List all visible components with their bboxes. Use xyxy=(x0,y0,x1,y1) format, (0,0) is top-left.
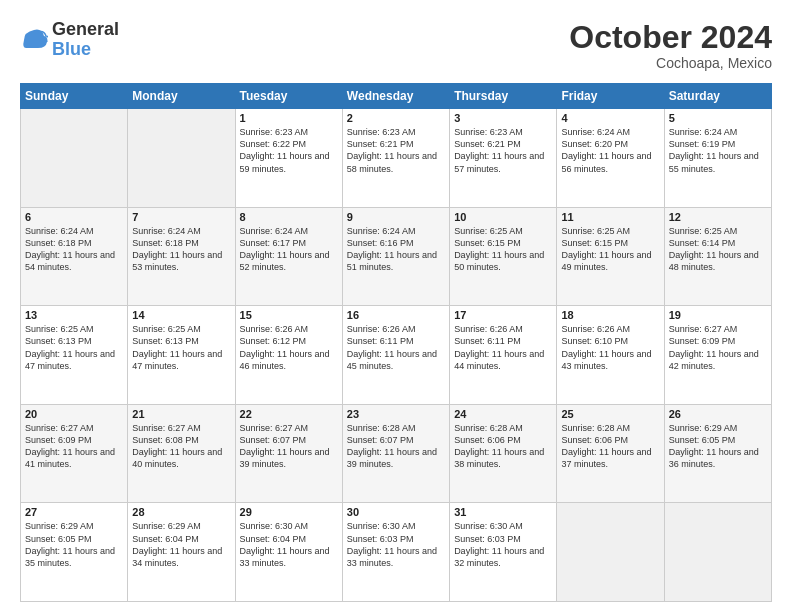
day-info: Sunrise: 6:24 AM Sunset: 6:16 PM Dayligh… xyxy=(347,225,445,274)
day-info: Sunrise: 6:30 AM Sunset: 6:04 PM Dayligh… xyxy=(240,520,338,569)
day-info: Sunrise: 6:27 AM Sunset: 6:07 PM Dayligh… xyxy=(240,422,338,471)
calendar-cell: 9Sunrise: 6:24 AM Sunset: 6:16 PM Daylig… xyxy=(342,207,449,306)
day-info: Sunrise: 6:27 AM Sunset: 6:09 PM Dayligh… xyxy=(669,323,767,372)
calendar-cell: 18Sunrise: 6:26 AM Sunset: 6:10 PM Dayli… xyxy=(557,306,664,405)
day-info: Sunrise: 6:25 AM Sunset: 6:14 PM Dayligh… xyxy=(669,225,767,274)
day-number: 9 xyxy=(347,211,445,223)
day-number: 11 xyxy=(561,211,659,223)
calendar-cell xyxy=(128,109,235,208)
calendar-cell: 17Sunrise: 6:26 AM Sunset: 6:11 PM Dayli… xyxy=(450,306,557,405)
day-number: 30 xyxy=(347,506,445,518)
calendar-cell: 15Sunrise: 6:26 AM Sunset: 6:12 PM Dayli… xyxy=(235,306,342,405)
day-number: 26 xyxy=(669,408,767,420)
day-info: Sunrise: 6:23 AM Sunset: 6:22 PM Dayligh… xyxy=(240,126,338,175)
calendar-cell: 3Sunrise: 6:23 AM Sunset: 6:21 PM Daylig… xyxy=(450,109,557,208)
calendar-cell: 8Sunrise: 6:24 AM Sunset: 6:17 PM Daylig… xyxy=(235,207,342,306)
calendar-cell: 13Sunrise: 6:25 AM Sunset: 6:13 PM Dayli… xyxy=(21,306,128,405)
calendar-cell: 23Sunrise: 6:28 AM Sunset: 6:07 PM Dayli… xyxy=(342,404,449,503)
calendar-cell: 11Sunrise: 6:25 AM Sunset: 6:15 PM Dayli… xyxy=(557,207,664,306)
day-info: Sunrise: 6:29 AM Sunset: 6:05 PM Dayligh… xyxy=(669,422,767,471)
day-info: Sunrise: 6:27 AM Sunset: 6:08 PM Dayligh… xyxy=(132,422,230,471)
page: General Blue October 2024 Cochoapa, Mexi… xyxy=(0,0,792,612)
day-info: Sunrise: 6:25 AM Sunset: 6:13 PM Dayligh… xyxy=(25,323,123,372)
day-number: 18 xyxy=(561,309,659,321)
calendar-cell: 26Sunrise: 6:29 AM Sunset: 6:05 PM Dayli… xyxy=(664,404,771,503)
day-number: 24 xyxy=(454,408,552,420)
logo: General Blue xyxy=(20,20,119,60)
calendar-cell xyxy=(21,109,128,208)
day-number: 15 xyxy=(240,309,338,321)
calendar-cell: 31Sunrise: 6:30 AM Sunset: 6:03 PM Dayli… xyxy=(450,503,557,602)
day-info: Sunrise: 6:23 AM Sunset: 6:21 PM Dayligh… xyxy=(454,126,552,175)
day-number: 5 xyxy=(669,112,767,124)
day-number: 25 xyxy=(561,408,659,420)
calendar-cell: 27Sunrise: 6:29 AM Sunset: 6:05 PM Dayli… xyxy=(21,503,128,602)
header: General Blue October 2024 Cochoapa, Mexi… xyxy=(20,20,772,71)
day-info: Sunrise: 6:26 AM Sunset: 6:12 PM Dayligh… xyxy=(240,323,338,372)
calendar-cell: 24Sunrise: 6:28 AM Sunset: 6:06 PM Dayli… xyxy=(450,404,557,503)
weekday-header: Tuesday xyxy=(235,84,342,109)
calendar-cell: 30Sunrise: 6:30 AM Sunset: 6:03 PM Dayli… xyxy=(342,503,449,602)
day-info: Sunrise: 6:28 AM Sunset: 6:07 PM Dayligh… xyxy=(347,422,445,471)
weekday-header: Saturday xyxy=(664,84,771,109)
day-info: Sunrise: 6:30 AM Sunset: 6:03 PM Dayligh… xyxy=(454,520,552,569)
calendar-cell: 22Sunrise: 6:27 AM Sunset: 6:07 PM Dayli… xyxy=(235,404,342,503)
day-number: 12 xyxy=(669,211,767,223)
logo-line2: Blue xyxy=(52,39,91,59)
day-info: Sunrise: 6:26 AM Sunset: 6:11 PM Dayligh… xyxy=(454,323,552,372)
calendar-table: SundayMondayTuesdayWednesdayThursdayFrid… xyxy=(20,83,772,602)
calendar-cell: 19Sunrise: 6:27 AM Sunset: 6:09 PM Dayli… xyxy=(664,306,771,405)
day-info: Sunrise: 6:24 AM Sunset: 6:18 PM Dayligh… xyxy=(132,225,230,274)
day-number: 2 xyxy=(347,112,445,124)
day-info: Sunrise: 6:24 AM Sunset: 6:18 PM Dayligh… xyxy=(25,225,123,274)
day-number: 8 xyxy=(240,211,338,223)
calendar-cell: 16Sunrise: 6:26 AM Sunset: 6:11 PM Dayli… xyxy=(342,306,449,405)
day-number: 6 xyxy=(25,211,123,223)
day-number: 27 xyxy=(25,506,123,518)
calendar-header-row: SundayMondayTuesdayWednesdayThursdayFrid… xyxy=(21,84,772,109)
day-number: 21 xyxy=(132,408,230,420)
calendar-cell: 28Sunrise: 6:29 AM Sunset: 6:04 PM Dayli… xyxy=(128,503,235,602)
weekday-header: Monday xyxy=(128,84,235,109)
calendar-cell: 10Sunrise: 6:25 AM Sunset: 6:15 PM Dayli… xyxy=(450,207,557,306)
calendar-cell: 5Sunrise: 6:24 AM Sunset: 6:19 PM Daylig… xyxy=(664,109,771,208)
weekday-header: Friday xyxy=(557,84,664,109)
day-number: 14 xyxy=(132,309,230,321)
day-info: Sunrise: 6:23 AM Sunset: 6:21 PM Dayligh… xyxy=(347,126,445,175)
calendar-cell: 12Sunrise: 6:25 AM Sunset: 6:14 PM Dayli… xyxy=(664,207,771,306)
day-number: 31 xyxy=(454,506,552,518)
calendar-cell: 14Sunrise: 6:25 AM Sunset: 6:13 PM Dayli… xyxy=(128,306,235,405)
day-info: Sunrise: 6:30 AM Sunset: 6:03 PM Dayligh… xyxy=(347,520,445,569)
day-number: 16 xyxy=(347,309,445,321)
calendar-row: 13Sunrise: 6:25 AM Sunset: 6:13 PM Dayli… xyxy=(21,306,772,405)
calendar-cell: 21Sunrise: 6:27 AM Sunset: 6:08 PM Dayli… xyxy=(128,404,235,503)
calendar-row: 20Sunrise: 6:27 AM Sunset: 6:09 PM Dayli… xyxy=(21,404,772,503)
logo-text: General Blue xyxy=(52,20,119,60)
day-number: 22 xyxy=(240,408,338,420)
weekday-header: Sunday xyxy=(21,84,128,109)
day-info: Sunrise: 6:24 AM Sunset: 6:17 PM Dayligh… xyxy=(240,225,338,274)
weekday-header: Wednesday xyxy=(342,84,449,109)
day-number: 19 xyxy=(669,309,767,321)
calendar-row: 6Sunrise: 6:24 AM Sunset: 6:18 PM Daylig… xyxy=(21,207,772,306)
day-number: 28 xyxy=(132,506,230,518)
calendar-cell: 2Sunrise: 6:23 AM Sunset: 6:21 PM Daylig… xyxy=(342,109,449,208)
calendar-cell xyxy=(557,503,664,602)
day-info: Sunrise: 6:29 AM Sunset: 6:05 PM Dayligh… xyxy=(25,520,123,569)
day-info: Sunrise: 6:28 AM Sunset: 6:06 PM Dayligh… xyxy=(561,422,659,471)
weekday-header: Thursday xyxy=(450,84,557,109)
day-info: Sunrise: 6:25 AM Sunset: 6:13 PM Dayligh… xyxy=(132,323,230,372)
day-info: Sunrise: 6:24 AM Sunset: 6:20 PM Dayligh… xyxy=(561,126,659,175)
day-number: 1 xyxy=(240,112,338,124)
day-number: 3 xyxy=(454,112,552,124)
calendar-cell: 1Sunrise: 6:23 AM Sunset: 6:22 PM Daylig… xyxy=(235,109,342,208)
month-title: October 2024 xyxy=(569,20,772,55)
day-info: Sunrise: 6:28 AM Sunset: 6:06 PM Dayligh… xyxy=(454,422,552,471)
calendar-cell: 25Sunrise: 6:28 AM Sunset: 6:06 PM Dayli… xyxy=(557,404,664,503)
calendar-row: 27Sunrise: 6:29 AM Sunset: 6:05 PM Dayli… xyxy=(21,503,772,602)
day-number: 13 xyxy=(25,309,123,321)
title-block: October 2024 Cochoapa, Mexico xyxy=(569,20,772,71)
logo-icon xyxy=(20,26,48,54)
day-number: 20 xyxy=(25,408,123,420)
day-number: 29 xyxy=(240,506,338,518)
